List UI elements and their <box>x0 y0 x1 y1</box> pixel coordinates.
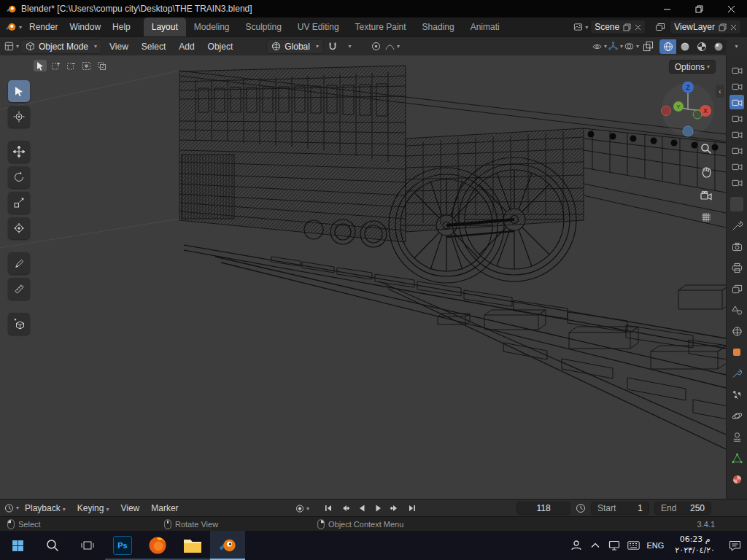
next-keyframe-button[interactable] <box>388 502 402 515</box>
taskbar-photoshop-icon[interactable]: Ps <box>105 531 140 560</box>
workspace-tab-animation[interactable]: Animati <box>462 18 508 36</box>
new-scene-icon[interactable] <box>623 23 631 31</box>
tool-tab-icon[interactable] <box>729 217 745 233</box>
playback-menu[interactable]: Playback <box>19 503 71 513</box>
start-button[interactable] <box>0 531 35 560</box>
tool-transform[interactable] <box>8 217 30 239</box>
perspective-toggle-icon[interactable] <box>699 210 713 225</box>
select-invert-icon[interactable] <box>80 60 93 71</box>
camera-icon[interactable] <box>729 79 744 93</box>
pan-hand-icon[interactable] <box>699 165 713 179</box>
shading-wireframe-button[interactable] <box>659 39 676 54</box>
browse-scene-icon[interactable] <box>573 20 588 34</box>
tool-scale[interactable] <box>8 192 30 214</box>
blender-menu-icon[interactable] <box>5 21 22 33</box>
tool-add-cube[interactable] <box>8 313 30 335</box>
particles-tab-icon[interactable] <box>729 386 745 402</box>
minimize-button[interactable] <box>651 0 683 18</box>
auto-keying-icon[interactable] <box>295 502 309 515</box>
play-reverse-button[interactable] <box>355 502 368 515</box>
constraints-tab-icon[interactable] <box>729 429 745 445</box>
remove-scene-icon[interactable] <box>635 24 641 31</box>
object-tab-icon[interactable] <box>729 344 745 360</box>
gizmos-icon[interactable] <box>608 39 623 54</box>
taskbar-clock[interactable]: 06:23 م ٢٠٢٣/٠٤/٢٠ <box>667 534 722 556</box>
timeline-editor-type-icon[interactable] <box>4 501 19 516</box>
options-button[interactable]: Options <box>669 60 716 74</box>
shading-dropdown-icon[interactable] <box>728 39 743 54</box>
snap-options-icon[interactable] <box>341 39 356 54</box>
snap-magnet-icon[interactable] <box>325 39 340 54</box>
end-frame-field[interactable]: End 250 <box>654 502 711 515</box>
tool-move[interactable] <box>8 141 30 163</box>
zoom-icon[interactable] <box>699 141 713 156</box>
workspace-tab-uv-editing[interactable]: UV Editing <box>290 18 347 36</box>
keying-menu[interactable]: Keying <box>71 503 115 513</box>
jump-to-start-button[interactable] <box>321 502 335 515</box>
timeline-marker-menu[interactable]: Marker <box>145 503 184 513</box>
transform-orientation-selector[interactable]: Global <box>266 39 324 54</box>
tool-cursor[interactable] <box>8 106 30 128</box>
menu-add[interactable]: Add <box>173 42 200 52</box>
select-subtract-icon[interactable] <box>64 60 77 71</box>
view-layer-field[interactable]: ViewLayer <box>670 20 741 34</box>
workspace-tab-sculpting[interactable]: Sculpting <box>237 18 289 36</box>
proportional-falloff-icon[interactable] <box>385 39 400 54</box>
tool-select-box[interactable] <box>8 80 30 102</box>
scene-name-field[interactable]: Scene <box>590 20 646 34</box>
menu-view[interactable]: View <box>104 42 134 52</box>
use-preview-range-icon[interactable] <box>576 503 586 513</box>
network-icon[interactable] <box>605 531 624 560</box>
taskbar-explorer-icon[interactable] <box>175 531 210 560</box>
proportional-editing-icon[interactable] <box>369 39 384 54</box>
output-tab-icon[interactable] <box>729 260 745 276</box>
workspace-tab-texture-paint[interactable]: Texture Paint <box>347 18 414 36</box>
shading-rendered-button[interactable] <box>710 39 727 54</box>
workspace-tab-shading[interactable]: Shading <box>414 18 462 36</box>
taskbar-search-button[interactable] <box>35 531 70 560</box>
viewport-3d[interactable]: Options ‹ Z X Y <box>0 55 726 499</box>
camera-view-icon[interactable] <box>699 188 713 203</box>
taskbar-firefox-icon[interactable] <box>140 531 175 560</box>
xray-toggle-icon[interactable] <box>640 39 655 54</box>
menu-help[interactable]: Help <box>107 18 136 36</box>
tool-annotate[interactable] <box>8 252 30 274</box>
task-view-button[interactable] <box>70 531 105 560</box>
overlays-icon[interactable] <box>624 39 639 54</box>
menu-select[interactable]: Select <box>136 42 171 52</box>
jump-to-end-button[interactable] <box>405 502 419 515</box>
material-tab-icon[interactable] <box>729 471 745 487</box>
physics-tab-icon[interactable] <box>729 408 745 424</box>
view-layer-tab-icon[interactable] <box>729 281 745 297</box>
prev-keyframe-button[interactable] <box>338 502 352 515</box>
panel-splitter-handle[interactable] <box>730 197 743 211</box>
people-icon[interactable] <box>567 531 586 560</box>
object-data-tab-icon[interactable] <box>729 450 745 466</box>
tool-measure[interactable] <box>8 278 30 300</box>
mode-selector[interactable]: Object Mode <box>20 39 102 54</box>
language-indicator[interactable]: ENG <box>643 541 667 550</box>
select-extend-icon[interactable] <box>49 60 62 71</box>
start-frame-field[interactable]: Start 1 <box>591 502 649 515</box>
current-frame-field[interactable]: 118 <box>516 502 570 515</box>
menu-object[interactable]: Object <box>202 42 239 52</box>
remove-view-layer-icon[interactable] <box>730 24 737 31</box>
timeline-view-menu[interactable]: View <box>115 503 145 513</box>
tray-chevron-up-icon[interactable] <box>586 531 605 560</box>
new-view-layer-icon[interactable] <box>719 23 727 31</box>
visibility-icon[interactable] <box>592 39 607 54</box>
touch-keyboard-icon[interactable] <box>624 531 643 560</box>
navigation-gizmo[interactable]: Z X Y <box>659 80 717 139</box>
camera-icon[interactable] <box>729 143 744 158</box>
modifiers-tab-icon[interactable] <box>729 365 745 381</box>
camera-icon[interactable] <box>729 127 744 141</box>
camera-icon-active[interactable] <box>729 95 744 109</box>
play-button[interactable] <box>371 502 385 515</box>
editor-type-icon[interactable] <box>4 39 19 54</box>
menu-window[interactable]: Window <box>63 18 107 36</box>
workspace-tab-layout[interactable]: Layout <box>144 18 186 36</box>
shading-material-button[interactable] <box>693 39 710 54</box>
action-center-icon[interactable] <box>722 531 747 560</box>
close-button[interactable] <box>715 0 747 18</box>
workspace-tab-modeling[interactable]: Modeling <box>186 18 238 36</box>
